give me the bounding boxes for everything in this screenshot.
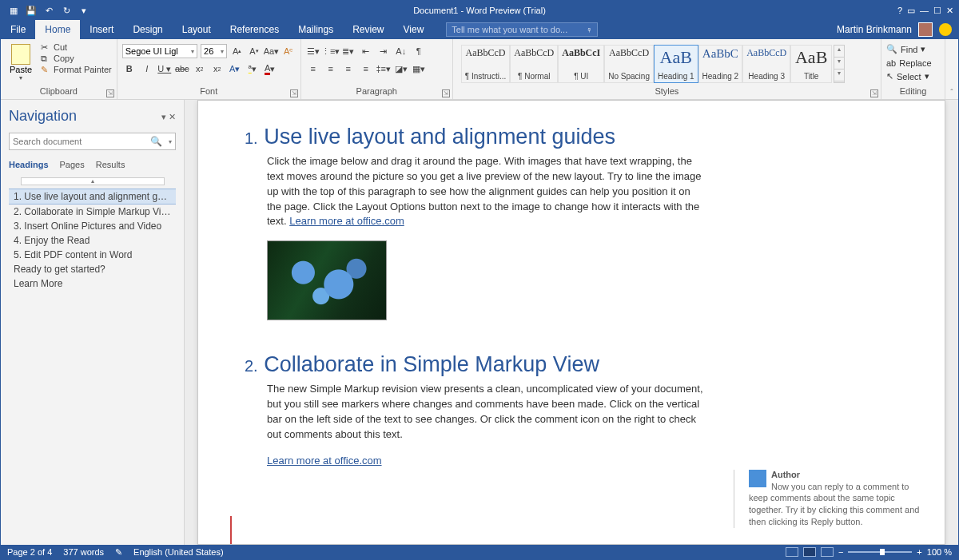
styles-launcher-icon[interactable]: ⇲: [870, 89, 878, 97]
multilevel-button[interactable]: ≣▾: [341, 44, 356, 58]
qat-customize-icon[interactable]: ▾: [78, 6, 90, 16]
search-icon[interactable]: 🔍: [147, 136, 165, 147]
flowers-image[interactable]: [267, 240, 387, 320]
style--instructi-[interactable]: AaBbCcD¶ Instructi...: [461, 45, 511, 83]
superscript-button[interactable]: x2: [210, 62, 225, 76]
text-effects-button[interactable]: A▾: [228, 62, 242, 76]
tab-layout[interactable]: Layout: [173, 20, 221, 39]
line-spacing-button[interactable]: ‡≡▾: [376, 62, 391, 76]
close-icon[interactable]: ✕: [946, 6, 953, 16]
tab-review[interactable]: Review: [343, 20, 393, 39]
tab-file[interactable]: File: [1, 20, 35, 39]
find-button[interactable]: 🔍Find ▾: [886, 42, 940, 56]
font-launcher-icon[interactable]: ⇲: [290, 89, 298, 97]
nav-item[interactable]: 5. Edit PDF content in Word: [9, 248, 176, 262]
zoom-in-icon[interactable]: +: [917, 547, 921, 557]
clear-formatting-button[interactable]: Aᵉ: [282, 44, 296, 58]
strikethrough-button[interactable]: abc: [175, 62, 189, 76]
increase-indent-button[interactable]: ⇥: [376, 44, 391, 58]
section-1-link[interactable]: Learn more at office.com: [289, 215, 404, 227]
bullets-button[interactable]: ☰▾: [306, 44, 320, 58]
font-color-button[interactable]: A▾: [263, 62, 277, 76]
section-1-heading[interactable]: 1. Use live layout and alignment guides: [245, 125, 705, 149]
justify-button[interactable]: ≡: [359, 62, 373, 76]
grow-font-button[interactable]: A▴: [230, 44, 244, 58]
underline-button[interactable]: U ▾: [157, 62, 172, 76]
cut-button[interactable]: ✂Cut: [41, 42, 112, 52]
status-language[interactable]: English (United States): [133, 547, 224, 557]
read-mode-icon[interactable]: [786, 547, 798, 557]
qat-word-icon[interactable]: ▦: [7, 6, 20, 16]
shading-button[interactable]: ◪▾: [394, 62, 408, 76]
status-page[interactable]: Page 2 of 4: [7, 547, 52, 557]
styles-scroll-0[interactable]: ▴: [834, 46, 844, 58]
search-dropdown-icon[interactable]: ▾: [165, 138, 175, 145]
style--ui[interactable]: AaBbCcI¶ UI: [558, 45, 604, 83]
collapse-ribbon-icon[interactable]: ˆ: [945, 39, 958, 99]
format-painter-button[interactable]: ✎Format Painter: [41, 65, 112, 74]
zoom-out-icon[interactable]: −: [838, 547, 843, 557]
section-2-body[interactable]: The new Simple Markup revision view pres…: [267, 382, 705, 442]
zoom-slider[interactable]: [848, 551, 912, 553]
maximize-icon[interactable]: ☐: [933, 6, 941, 16]
nav-search-input[interactable]: [10, 137, 147, 146]
qat-undo-icon[interactable]: ↶: [42, 6, 55, 16]
qat-save-icon[interactable]: 💾: [25, 6, 38, 16]
nav-item[interactable]: 3. Insert Online Pictures and Video: [9, 219, 176, 233]
select-button[interactable]: ↖Select ▾: [886, 70, 940, 83]
nav-tab-headings[interactable]: Headings: [9, 160, 49, 169]
sort-button[interactable]: A↓: [394, 44, 408, 58]
print-layout-icon[interactable]: [803, 547, 816, 557]
style-no-spacing[interactable]: AaBbCcDNo Spacing: [604, 45, 654, 83]
zoom-level[interactable]: 100 %: [927, 547, 952, 557]
paste-button[interactable]: Paste ▾: [6, 41, 36, 86]
nav-item[interactable]: Ready to get started?: [9, 262, 176, 276]
web-layout-icon[interactable]: [821, 547, 834, 557]
tab-references[interactable]: References: [221, 20, 288, 39]
help-icon[interactable]: ?: [897, 6, 902, 16]
copy-button[interactable]: ⧉Copy: [41, 54, 112, 63]
clipboard-launcher-icon[interactable]: ⇲: [106, 89, 114, 97]
nav-item[interactable]: 2. Collaborate in Simple Markup View: [9, 205, 176, 219]
bold-button[interactable]: B: [122, 62, 137, 76]
style-heading-2[interactable]: AaBbCHeading 2: [698, 45, 743, 83]
nav-tab-results[interactable]: Results: [96, 160, 125, 169]
user-avatar[interactable]: [918, 22, 933, 37]
tab-insert[interactable]: Insert: [80, 20, 123, 39]
font-size-select[interactable]: 26▾: [201, 44, 227, 58]
document-page[interactable]: 1. Use live layout and alignment guides …: [197, 100, 945, 545]
shrink-font-button[interactable]: A▾: [247, 44, 261, 58]
tab-mailings[interactable]: Mailings: [288, 20, 343, 39]
section-1-body[interactable]: Click the image below and drag it around…: [267, 154, 705, 229]
section-2-link[interactable]: Learn more at office.com: [267, 455, 382, 467]
replace-button[interactable]: abReplace: [886, 56, 940, 70]
nav-collapse-button[interactable]: ▴: [21, 177, 165, 185]
style-heading-3[interactable]: AaBbCcDHeading 3: [742, 45, 790, 83]
numbering-button[interactable]: ⋮≡▾: [324, 44, 338, 58]
align-right-button[interactable]: ≡: [341, 62, 356, 76]
nav-item[interactable]: 4. Enjoy the Read: [9, 233, 176, 248]
minimize-icon[interactable]: —: [920, 6, 929, 16]
subscript-button[interactable]: x2: [193, 62, 207, 76]
style-heading-1[interactable]: AaBHeading 1: [654, 45, 698, 83]
align-left-button[interactable]: ≡: [306, 62, 320, 76]
highlight-button[interactable]: ª▾: [245, 62, 260, 76]
show-marks-button[interactable]: ¶: [412, 44, 426, 58]
ribbon-display-icon[interactable]: ▭: [907, 6, 915, 16]
section-2-heading[interactable]: 2. Collaborate in Simple Markup View: [245, 352, 705, 377]
tab-view[interactable]: View: [394, 20, 434, 39]
nav-tab-pages[interactable]: Pages: [60, 160, 85, 169]
nav-item[interactable]: 1. Use live layout and alignment gui...: [9, 189, 176, 205]
nav-item[interactable]: Learn More: [9, 276, 176, 291]
tell-me-search[interactable]: Tell me what you want to do... ♀: [446, 22, 598, 37]
spellcheck-icon[interactable]: ✎: [115, 547, 122, 558]
decrease-indent-button[interactable]: ⇤: [359, 44, 373, 58]
tab-home[interactable]: Home: [35, 20, 80, 39]
italic-button[interactable]: I: [140, 62, 154, 76]
font-name-select[interactable]: Segoe UI Ligl▾: [122, 44, 197, 58]
status-words[interactable]: 377 words: [63, 547, 104, 557]
paste-dropdown-icon[interactable]: ▾: [19, 74, 22, 81]
style--normal[interactable]: AaBbCcD¶ Normal: [510, 45, 558, 83]
user-name[interactable]: Martin Brinkmann: [837, 24, 912, 35]
borders-button[interactable]: ▦▾: [412, 62, 426, 76]
